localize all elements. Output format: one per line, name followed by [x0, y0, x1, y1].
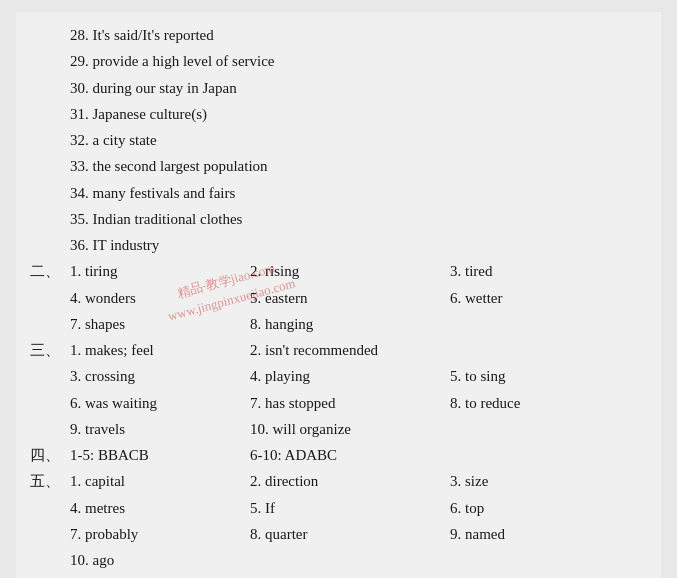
s5r2c1: 4. metres — [70, 495, 250, 521]
s2r1c3: 3. tired — [450, 258, 570, 284]
s2r2c1: 4. wonders — [70, 285, 250, 311]
section-2-label: 二、 — [30, 258, 70, 284]
s3r4c2: 10. will organize — [250, 416, 450, 442]
section-5-row-1: 1. capital 2. direction 3. size — [70, 468, 647, 494]
s5r3c2: 8. quarter — [250, 521, 450, 547]
section-2-row-3: 7. shapes 8. hanging — [70, 311, 647, 337]
line-28: 28. It's said/It's reported — [30, 22, 647, 48]
s3r4c3 — [450, 416, 570, 442]
section-3-row-3: 6. was waiting 7. has stopped 8. to redu… — [70, 390, 647, 416]
section-5-row-3: 7. probably 8. quarter 9. named — [70, 521, 647, 547]
s4r1c1: 1-5: BBACB — [70, 442, 250, 468]
section-4-label: 四、 — [30, 442, 70, 468]
s3r3c3: 8. to reduce — [450, 390, 570, 416]
section-3: 三、 1. makes; feel 2. isn't recommended 3… — [30, 337, 647, 442]
section-3-label: 三、 — [30, 337, 70, 363]
s5r4c1: 10. ago — [70, 547, 250, 573]
s5r1c2: 2. direction — [250, 468, 450, 494]
s3r3c2: 7. has stopped — [250, 390, 450, 416]
s5r1c1: 1. capital — [70, 468, 250, 494]
section-2-content: 1. tiring 2. rising 3. tired 4. wonders … — [70, 258, 647, 337]
s2r2c3: 6. wetter — [450, 285, 570, 311]
s3r4c1: 9. travels — [70, 416, 250, 442]
s3r3c1: 6. was waiting — [70, 390, 250, 416]
s5r1c3: 3. size — [450, 468, 570, 494]
s3r2c2: 4. playing — [250, 363, 450, 389]
section-3-content: 1. makes; feel 2. isn't recommended 3. c… — [70, 337, 647, 442]
s3r2c3: 5. to sing — [450, 363, 570, 389]
section-2-row-1: 1. tiring 2. rising 3. tired — [70, 258, 647, 284]
top-lines: 28. It's said/It's reported 29. provide … — [30, 22, 647, 258]
section-5-content: 1. capital 2. direction 3. size 4. metre… — [70, 468, 647, 573]
s2r1c1: 1. tiring — [70, 258, 250, 284]
line-36: 36. IT industry — [30, 232, 647, 258]
section-3-row-1: 1. makes; feel 2. isn't recommended — [70, 337, 647, 363]
s2r1c2: 2. rising — [250, 258, 450, 284]
line-35: 35. Indian traditional clothes — [30, 206, 647, 232]
s5r2c2: 5. If — [250, 495, 450, 521]
s2r3c1: 7. shapes — [70, 311, 250, 337]
line-31: 31. Japanese culture(s) — [30, 101, 647, 127]
section-3-row-4: 9. travels 10. will organize — [70, 416, 647, 442]
section-2-row-2: 4. wonders 5. eastern 6. wetter — [70, 285, 647, 311]
line-34: 34. many festivals and fairs — [30, 180, 647, 206]
section-5: 五、 1. capital 2. direction 3. size 4. me… — [30, 468, 647, 573]
s2r3c2: 8. hanging — [250, 311, 450, 337]
s2r3c3 — [450, 311, 570, 337]
section-5-row-4: 10. ago — [70, 547, 647, 573]
section-2: 二、 1. tiring 2. rising 3. tired 4. wonde… — [30, 258, 647, 337]
line-33: 33. the second largest population — [30, 153, 647, 179]
section-4-row-1: 1-5: BBACB 6-10: ADABC — [70, 442, 647, 468]
s3r1c3 — [450, 337, 570, 363]
section-4-content: 1-5: BBACB 6-10: ADABC — [70, 442, 647, 468]
line-29: 29. provide a high level of service — [30, 48, 647, 74]
s4r1c2: 6-10: ADABC — [250, 442, 450, 468]
s3r1c2: 2. isn't recommended — [250, 337, 450, 363]
line-30: 30. during our stay in Japan — [30, 75, 647, 101]
section-5-row-2: 4. metres 5. If 6. top — [70, 495, 647, 521]
s2r2c2: 5. eastern — [250, 285, 450, 311]
s3r2c1: 3. crossing — [70, 363, 250, 389]
s5r3c1: 7. probably — [70, 521, 250, 547]
section-3-row-2: 3. crossing 4. playing 5. to sing — [70, 363, 647, 389]
content-area: 28. It's said/It's reported 29. provide … — [16, 12, 661, 578]
section-5-label: 五、 — [30, 468, 70, 494]
s3r1c1: 1. makes; feel — [70, 337, 250, 363]
s5r3c3: 9. named — [450, 521, 570, 547]
s5r2c3: 6. top — [450, 495, 570, 521]
line-32: 32. a city state — [30, 127, 647, 153]
section-4: 四、 1-5: BBACB 6-10: ADABC — [30, 442, 647, 468]
